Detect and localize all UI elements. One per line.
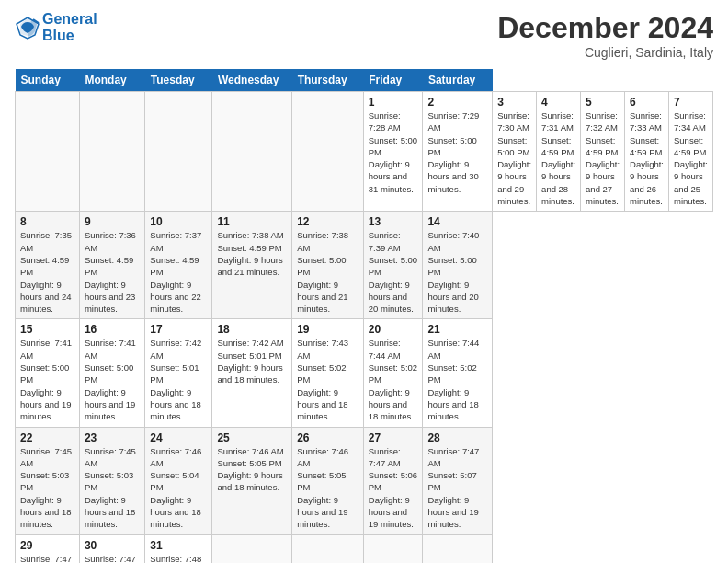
calendar-cell: 8Sunrise: 7:35 AMSunset: 4:59 PMDaylight…: [16, 212, 80, 319]
day-header-friday: Friday: [363, 69, 423, 92]
day-number: 23: [85, 431, 140, 444]
day-info: Sunrise: 7:39 AMSunset: 5:00 PMDaylight:…: [369, 229, 418, 315]
day-info: Sunrise: 7:40 AMSunset: 5:00 PMDaylight:…: [427, 229, 487, 315]
calendar-cell: 2Sunrise: 7:29 AMSunset: 5:00 PMDaylight…: [423, 92, 493, 212]
calendar-cell: 21Sunrise: 7:44 AMSunset: 5:02 PMDayligh…: [423, 319, 493, 427]
day-number: 19: [297, 323, 358, 336]
calendar-cell: 14Sunrise: 7:40 AMSunset: 5:00 PMDayligh…: [423, 212, 493, 319]
logo-general: General: [42, 11, 97, 28]
day-header-thursday: Thursday: [292, 69, 364, 92]
days-header-row: SundayMondayTuesdayWednesdayThursdayFrid…: [16, 69, 713, 92]
day-number: 31: [150, 539, 207, 552]
day-info: Sunrise: 7:44 AMSunset: 5:02 PMDaylight:…: [369, 337, 418, 422]
day-info: Sunrise: 7:46 AMSunset: 5:05 PMDaylight:…: [297, 445, 358, 531]
calendar-cell: 9Sunrise: 7:36 AMSunset: 4:59 PMDaylight…: [79, 212, 144, 319]
day-info: Sunrise: 7:47 AMSunset: 5:07 PMDaylight:…: [427, 445, 487, 531]
logo-blue: Blue: [42, 28, 97, 44]
day-number: 30: [85, 539, 140, 552]
day-number: 27: [369, 431, 418, 444]
day-info: Sunrise: 7:47 AMSunset: 5:06 PMDaylight:…: [369, 445, 418, 531]
day-info: Sunrise: 7:41 AMSunset: 5:00 PMDaylight:…: [85, 337, 140, 422]
day-number: 11: [217, 215, 287, 228]
day-info: Sunrise: 7:37 AMSunset: 4:59 PMDaylight:…: [150, 229, 207, 315]
day-info: Sunrise: 7:45 AMSunset: 5:03 PMDaylight:…: [20, 445, 74, 531]
calendar-cell: 3Sunrise: 7:30 AMSunset: 5:00 PMDaylight…: [493, 92, 537, 212]
calendar-table: SundayMondayTuesdayWednesdayThursdayFrid…: [15, 69, 713, 563]
header: General Blue December 2024 Cuglieri, Sar…: [15, 11, 713, 60]
calendar-cell: 15Sunrise: 7:41 AMSunset: 5:00 PMDayligh…: [16, 319, 80, 427]
calendar-cell: 10Sunrise: 7:37 AMSunset: 4:59 PMDayligh…: [145, 212, 212, 319]
day-info: Sunrise: 7:30 AMSunset: 5:00 PMDaylight:…: [497, 109, 531, 207]
calendar-cell: 22Sunrise: 7:45 AMSunset: 5:03 PMDayligh…: [16, 427, 80, 534]
calendar-cell: 17Sunrise: 7:42 AMSunset: 5:01 PMDayligh…: [145, 319, 212, 427]
calendar-week-4: 29Sunrise: 7:47 AMSunset: 5:07 PMDayligh…: [16, 534, 713, 563]
day-info: Sunrise: 7:35 AMSunset: 4:59 PMDaylight:…: [20, 229, 74, 315]
day-info: Sunrise: 7:46 AMSunset: 5:04 PMDaylight:…: [150, 445, 207, 531]
day-info: Sunrise: 7:47 AMSunset: 5:07 PMDaylight:…: [20, 553, 74, 563]
day-number: 16: [85, 323, 140, 336]
day-number: 13: [369, 215, 418, 228]
day-info: Sunrise: 7:33 AMSunset: 4:59 PMDaylight:…: [630, 109, 664, 207]
month-year-title: December 2024: [497, 11, 713, 45]
day-number: 28: [427, 431, 487, 444]
day-info: Sunrise: 7:28 AMSunset: 5:00 PMDaylight:…: [369, 109, 418, 195]
day-number: 3: [497, 96, 531, 109]
calendar-cell: 4Sunrise: 7:31 AMSunset: 4:59 PMDaylight…: [537, 92, 581, 212]
day-info: Sunrise: 7:38 AMSunset: 5:00 PMDaylight:…: [297, 229, 358, 315]
calendar-cell: 20Sunrise: 7:44 AMSunset: 5:02 PMDayligh…: [363, 319, 423, 427]
calendar-cell: [363, 534, 423, 563]
day-header-saturday: Saturday: [423, 69, 493, 92]
calendar-cell: 30Sunrise: 7:47 AMSunset: 5:08 PMDayligh…: [79, 534, 144, 563]
day-info: Sunrise: 7:47 AMSunset: 5:08 PMDaylight:…: [85, 553, 140, 563]
day-info: Sunrise: 7:44 AMSunset: 5:02 PMDaylight:…: [427, 337, 487, 422]
calendar-cell: 28Sunrise: 7:47 AMSunset: 5:07 PMDayligh…: [423, 427, 493, 534]
day-number: 7: [674, 96, 708, 109]
calendar-cell: 26Sunrise: 7:46 AMSunset: 5:05 PMDayligh…: [292, 427, 364, 534]
day-info: Sunrise: 7:36 AMSunset: 4:59 PMDaylight:…: [85, 229, 140, 315]
calendar-week-0: 1Sunrise: 7:28 AMSunset: 5:00 PMDaylight…: [16, 92, 713, 212]
day-number: 21: [427, 323, 487, 336]
day-header-wednesday: Wednesday: [212, 69, 292, 92]
day-number: 17: [150, 323, 207, 336]
calendar-cell: 29Sunrise: 7:47 AMSunset: 5:07 PMDayligh…: [16, 534, 80, 563]
day-info: Sunrise: 7:42 AMSunset: 5:01 PMDaylight:…: [150, 337, 207, 422]
day-info: Sunrise: 7:42 AMSunset: 5:01 PMDaylight:…: [217, 337, 287, 385]
calendar-cell: 16Sunrise: 7:41 AMSunset: 5:00 PMDayligh…: [79, 319, 144, 427]
day-info: Sunrise: 7:34 AMSunset: 4:59 PMDaylight:…: [674, 109, 708, 207]
day-info: Sunrise: 7:45 AMSunset: 5:03 PMDaylight:…: [85, 445, 140, 531]
day-number: 5: [586, 96, 620, 109]
day-info: Sunrise: 7:48 AMSunset: 5:09 PMDaylight:…: [150, 553, 207, 563]
calendar-cell: 5Sunrise: 7:32 AMSunset: 4:59 PMDaylight…: [581, 92, 625, 212]
calendar-container: General Blue December 2024 Cuglieri, Sar…: [0, 0, 728, 563]
calendar-cell: [423, 534, 493, 563]
day-number: 15: [20, 323, 74, 336]
calendar-cell: 7Sunrise: 7:34 AMSunset: 4:59 PMDaylight…: [669, 92, 713, 212]
day-number: 12: [297, 215, 358, 228]
day-info: Sunrise: 7:31 AMSunset: 4:59 PMDaylight:…: [541, 109, 575, 207]
day-number: 20: [369, 323, 418, 336]
calendar-cell: [212, 534, 292, 563]
calendar-cell: 13Sunrise: 7:39 AMSunset: 5:00 PMDayligh…: [363, 212, 423, 319]
calendar-cell: [292, 534, 364, 563]
calendar-cell: 24Sunrise: 7:46 AMSunset: 5:04 PMDayligh…: [145, 427, 212, 534]
calendar-cell: 6Sunrise: 7:33 AMSunset: 4:59 PMDaylight…: [625, 92, 669, 212]
day-number: 25: [217, 431, 287, 444]
calendar-week-1: 8Sunrise: 7:35 AMSunset: 4:59 PMDaylight…: [16, 212, 713, 319]
day-number: 8: [20, 215, 74, 228]
day-number: 26: [297, 431, 358, 444]
day-info: Sunrise: 7:29 AMSunset: 5:00 PMDaylight:…: [427, 109, 487, 195]
day-header-monday: Monday: [79, 69, 144, 92]
day-number: 1: [369, 96, 418, 109]
day-info: Sunrise: 7:43 AMSunset: 5:02 PMDaylight:…: [297, 337, 358, 422]
day-number: 18: [217, 323, 287, 336]
day-info: Sunrise: 7:32 AMSunset: 4:59 PMDaylight:…: [586, 109, 620, 207]
calendar-cell: 12Sunrise: 7:38 AMSunset: 5:00 PMDayligh…: [292, 212, 364, 319]
calendar-cell: 23Sunrise: 7:45 AMSunset: 5:03 PMDayligh…: [79, 427, 144, 534]
day-number: 2: [427, 96, 487, 109]
day-number: 10: [150, 215, 207, 228]
calendar-cell: 1Sunrise: 7:28 AMSunset: 5:00 PMDaylight…: [363, 92, 423, 212]
logo-icon: [15, 15, 40, 40]
logo: General Blue: [15, 11, 97, 43]
calendar-cell: 31Sunrise: 7:48 AMSunset: 5:09 PMDayligh…: [145, 534, 212, 563]
day-number: 6: [630, 96, 664, 109]
